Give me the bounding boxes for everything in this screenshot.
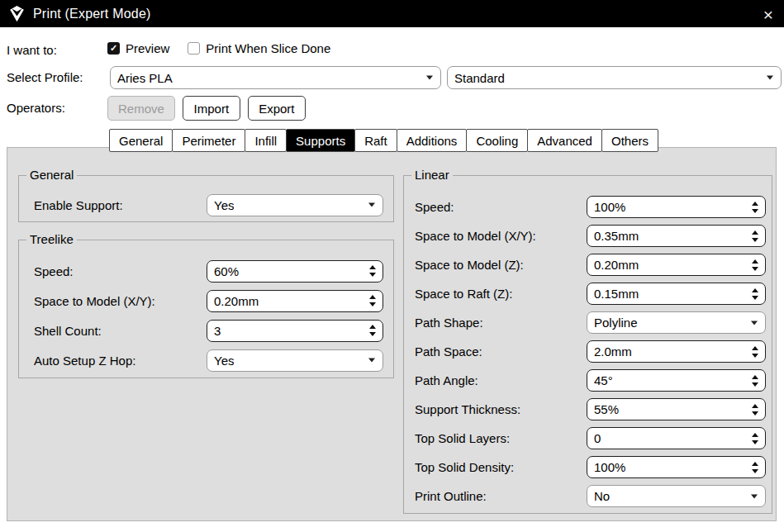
tab-raft[interactable]: Raft xyxy=(354,129,397,152)
support-thickness-value: 55% xyxy=(594,402,619,416)
select-profile-label: Select Profile: xyxy=(7,70,83,84)
support-thickness-spinner[interactable]: 55% xyxy=(587,398,766,420)
spin-down-icon[interactable] xyxy=(752,382,758,387)
tab-general[interactable]: General xyxy=(109,129,173,152)
top-solid-density-spinner[interactable]: 100% xyxy=(587,456,766,478)
spin-up-icon[interactable] xyxy=(752,462,758,466)
spin-down-icon[interactable] xyxy=(752,238,758,242)
spin-down-icon[interactable] xyxy=(369,273,376,277)
space-to-model-z-value: 0.20mm xyxy=(594,258,639,272)
spin-up-icon[interactable] xyxy=(369,265,376,269)
spin-up-icon[interactable] xyxy=(752,230,758,235)
i-want-to-label: I want to: xyxy=(7,43,57,57)
close-icon[interactable]: × xyxy=(763,5,773,22)
preview-checkbox[interactable]: ✓ xyxy=(107,42,120,55)
tab-supports[interactable]: Supports xyxy=(286,129,355,152)
space-to-model-x-y-spinner[interactable]: 0.35mm xyxy=(587,225,766,247)
setting-row-space-to-model-x-y: Space to Model (X/Y):0.35mm xyxy=(415,221,766,250)
space-to-model-x-y-spinner[interactable]: 0.20mm xyxy=(207,290,383,312)
setting-row-auto-setup-z-hop: Auto Setup Z Hop:Yes xyxy=(34,345,383,375)
support-thickness-label: Support Thickness: xyxy=(415,402,587,416)
spin-down-icon[interactable] xyxy=(369,302,376,306)
spin-up-icon[interactable] xyxy=(752,202,758,206)
spin-down-icon[interactable] xyxy=(752,267,758,271)
dropdown-arrow-icon xyxy=(426,76,433,80)
spin-up-icon[interactable] xyxy=(752,288,758,292)
remove-button: Remove xyxy=(107,96,175,121)
shell-count-value: 3 xyxy=(214,324,221,338)
spinner-arrows xyxy=(752,226,758,246)
spinner-arrows xyxy=(752,341,758,362)
top-solid-layers-spinner[interactable]: 0 xyxy=(587,427,766,449)
export-button[interactable]: Export xyxy=(248,96,306,121)
auto-setup-z-hop-label: Auto Setup Z Hop: xyxy=(34,354,207,368)
spin-down-icon[interactable] xyxy=(752,440,758,444)
path-angle-spinner[interactable]: 45° xyxy=(587,369,766,392)
group-general: GeneralEnable Support:Yes xyxy=(18,175,394,222)
space-to-raft-z-value: 0.15mm xyxy=(594,287,639,301)
setting-row-enable-support: Enable Support:Yes xyxy=(34,190,383,220)
spin-down-icon[interactable] xyxy=(752,411,758,416)
path-space-spinner[interactable]: 2.0mm xyxy=(587,340,766,363)
space-to-model-z-spinner[interactable]: 0.20mm xyxy=(587,254,766,276)
settings-panel: GeneralEnable Support:YesTreelikeSpeed:6… xyxy=(7,147,777,521)
group-title-linear: Linear xyxy=(411,168,453,182)
window-title: Print (Expert Mode) xyxy=(33,7,151,21)
spin-up-icon[interactable] xyxy=(369,295,376,299)
title-bar: Print (Expert Mode) × xyxy=(0,0,784,27)
print-when-slice-done-checkbox[interactable] xyxy=(188,42,200,55)
dropdown-arrow-icon xyxy=(368,359,375,363)
setting-row-speed: Speed:100% xyxy=(415,192,766,221)
spin-down-icon[interactable] xyxy=(752,469,758,473)
speed-label: Speed: xyxy=(34,264,207,278)
space-to-model-x-y-value: 0.35mm xyxy=(594,229,639,243)
spin-up-icon[interactable] xyxy=(752,433,758,437)
spin-up-icon[interactable] xyxy=(752,404,758,408)
enable-support-dropdown[interactable]: Yes xyxy=(207,194,383,216)
operator-buttons: RemoveImportExport xyxy=(107,96,306,121)
group-rows: Speed:60%Space to Model (X/Y):0.20mmShel… xyxy=(34,256,383,375)
tab-others[interactable]: Others xyxy=(601,129,658,152)
profile-dropdown[interactable]: Aries PLA xyxy=(110,66,441,89)
setting-row-print-outline: Print Outline:No xyxy=(415,482,766,511)
spinner-arrows xyxy=(369,291,376,311)
spin-up-icon[interactable] xyxy=(752,259,758,264)
tab-additions[interactable]: Additions xyxy=(397,129,468,152)
auto-setup-z-hop-dropdown[interactable]: Yes xyxy=(207,349,383,372)
spinner-arrows xyxy=(369,261,376,282)
preview-checkbox-label: Preview xyxy=(126,41,169,55)
import-button[interactable]: Import xyxy=(183,96,240,121)
setting-row-top-solid-layers: Top Solid Layers:0 xyxy=(415,424,766,453)
shell-count-spinner[interactable]: 3 xyxy=(207,320,383,342)
spinner-arrows xyxy=(752,197,758,217)
tab-perimeter[interactable]: Perimeter xyxy=(172,129,245,152)
tab-cooling[interactable]: Cooling xyxy=(466,129,528,152)
dropdown-arrow-icon xyxy=(751,494,758,498)
tab-advanced[interactable]: Advanced xyxy=(527,129,602,152)
spin-up-icon[interactable] xyxy=(752,346,758,350)
spinner-arrows xyxy=(752,457,758,477)
path-angle-value: 45° xyxy=(594,373,613,387)
speed-spinner[interactable]: 60% xyxy=(207,260,383,283)
spin-down-icon[interactable] xyxy=(369,332,376,336)
setting-row-speed: Speed:60% xyxy=(34,256,383,286)
spin-up-icon[interactable] xyxy=(369,325,376,329)
spin-down-icon[interactable] xyxy=(752,296,758,300)
enable-support-label: Enable Support: xyxy=(34,198,207,212)
spin-down-icon[interactable] xyxy=(752,209,758,213)
operators-label: Operators: xyxy=(7,101,65,115)
print-outline-dropdown[interactable]: No xyxy=(587,485,766,507)
path-shape-dropdown[interactable]: Polyline xyxy=(587,311,766,334)
setting-row-shell-count: Shell Count:3 xyxy=(34,316,383,345)
print-when-slice-done-checkbox-label: Print When Slice Done xyxy=(206,41,330,55)
spin-down-icon[interactable] xyxy=(752,354,758,358)
space-to-raft-z-spinner[interactable]: 0.15mm xyxy=(587,283,766,305)
voxel-diamond-logo-icon xyxy=(8,5,26,22)
quality-dropdown[interactable]: Standard xyxy=(447,66,782,89)
tab-infill[interactable]: Infill xyxy=(245,129,287,152)
spin-up-icon[interactable] xyxy=(752,375,758,379)
spinner-arrows xyxy=(369,321,376,341)
dropdown-arrow-icon xyxy=(368,203,375,207)
settings-tabs: GeneralPerimeterInfillSupportsRaftAdditi… xyxy=(109,129,658,152)
speed-spinner[interactable]: 100% xyxy=(587,196,766,218)
